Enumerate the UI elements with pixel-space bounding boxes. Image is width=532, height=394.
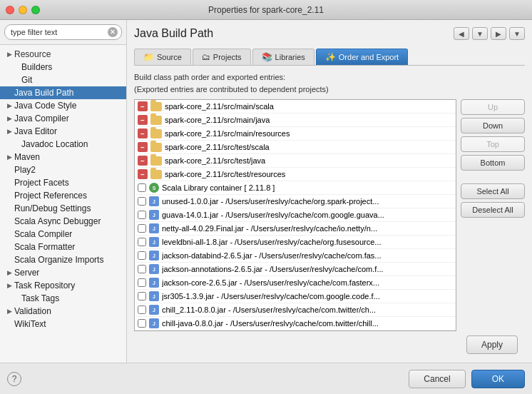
- sidebar-item-run-debug-settings[interactable]: Run/Debug Settings: [0, 202, 126, 215]
- tab-order-export[interactable]: ✨ Order and Export: [316, 49, 408, 65]
- sidebar-item-java-build-path[interactable]: Java Build Path: [0, 86, 126, 99]
- list-item[interactable]: J leveldbni-all-1.8.jar - /Users/user/re…: [135, 236, 456, 249]
- build-info: Build class path order and exported entr…: [134, 71, 525, 95]
- sidebar-item-task-tags[interactable]: Task Tags: [0, 292, 126, 305]
- list-item[interactable]: J jackson-databind-2.6.5.jar - /Users/us…: [135, 249, 456, 263]
- list-item[interactable]: − spark-core_2.11/src/main/java: [135, 113, 456, 127]
- entry-label: chill_2.11-0.8.0.jar - /Users/user/reslv…: [162, 305, 453, 314]
- list-item[interactable]: J chill-java-0.8.0.jar - /Users/user/res…: [135, 317, 456, 330]
- projects-tab-icon: 🗂: [202, 52, 210, 62]
- entry-label: spark-core_2.11/src/main/resources: [165, 129, 453, 138]
- list-item[interactable]: J unused-1.0.0.jar - /Users/user/reslvy/…: [135, 195, 456, 208]
- tab-projects[interactable]: 🗂 Projects: [193, 49, 251, 65]
- entry-checkbox[interactable]: [138, 292, 146, 300]
- entry-checkbox[interactable]: [138, 278, 146, 287]
- up-button[interactable]: Up: [461, 99, 525, 115]
- deselect-all-button[interactable]: Deselect All: [461, 202, 525, 218]
- entry-checkbox[interactable]: [138, 197, 146, 206]
- sidebar-item-server[interactable]: ▶ Server: [0, 266, 126, 279]
- sidebar-item-label: Maven: [14, 152, 40, 162]
- list-item[interactable]: J jsr305-1.3.9.jar - /Users/user/reslvy/…: [135, 290, 456, 303]
- list-item[interactable]: J jackson-annotations-2.6.5.jar - /Users…: [135, 263, 456, 276]
- tab-source[interactable]: 📁 Source: [134, 49, 191, 65]
- down-button[interactable]: Down: [461, 118, 525, 133]
- minimize-button[interactable]: [19, 6, 27, 14]
- entry-checkbox[interactable]: [138, 238, 146, 246]
- entry-checkbox[interactable]: [138, 305, 146, 314]
- cancel-button[interactable]: Cancel: [409, 370, 465, 388]
- list-item[interactable]: J netty-all-4.0.29.Final.jar - /Users/us…: [135, 222, 456, 236]
- entry-checkbox[interactable]: [138, 224, 146, 233]
- sidebar-item-label: Builders: [21, 62, 52, 72]
- maximize-button[interactable]: [31, 6, 40, 14]
- select-all-button[interactable]: Select All: [461, 183, 525, 199]
- list-item[interactable]: − spark-core_2.11/src/test/java: [135, 154, 456, 168]
- sidebar-item-java-editor[interactable]: ▶ Java Editor: [0, 125, 126, 138]
- list-item[interactable]: J jackson-core-2.6.5.jar - /Users/user/r…: [135, 276, 456, 290]
- entry-list[interactable]: − spark-core_2.11/src/main/scala − spark…: [134, 99, 456, 331]
- search-clear-button[interactable]: ✕: [108, 27, 118, 37]
- side-buttons: Up Down Top Bottom Select All Deselect A…: [461, 99, 525, 331]
- entry-checkbox[interactable]: [138, 251, 146, 260]
- sidebar-item-maven[interactable]: ▶ Maven: [0, 151, 126, 163]
- entry-checkbox[interactable]: [138, 265, 146, 273]
- apply-button[interactable]: Apply: [466, 335, 518, 354]
- minus-icon: −: [138, 142, 148, 152]
- sidebar-item-scala-async-debugger[interactable]: Scala Async Debugger: [0, 215, 126, 228]
- tab-libraries[interactable]: 📚 Libraries: [252, 49, 314, 65]
- ok-button[interactable]: OK: [471, 370, 525, 388]
- list-item[interactable]: J chill_2.11-0.8.0.jar - /Users/user/res…: [135, 303, 456, 317]
- sidebar-item-validation[interactable]: ▶ Validation: [0, 305, 126, 318]
- nav-back-button[interactable]: ◀: [454, 27, 469, 40]
- window-controls[interactable]: [6, 6, 40, 14]
- tab-label: Order and Export: [339, 53, 399, 61]
- sidebar-item-scala-formatter[interactable]: Scala Formatter: [0, 241, 126, 253]
- sidebar-item-play2[interactable]: Play2: [0, 163, 126, 176]
- list-item[interactable]: − spark-core_2.11/src/main/resources: [135, 127, 456, 141]
- folder-icon: [150, 116, 162, 125]
- search-input[interactable]: [4, 24, 122, 40]
- entry-checkbox[interactable]: [138, 211, 146, 219]
- entry-label: netty-all-4.0.29.Final.jar - /Users/user…: [162, 224, 453, 233]
- arrow-icon: ▶: [7, 128, 14, 135]
- sidebar-item-label: WikiText: [14, 319, 46, 329]
- entry-label: jsr305-1.3.9.jar - /Users/user/reslvy/ca…: [162, 292, 453, 300]
- entry-label: spark-core_2.11/src/test/scala: [165, 143, 453, 151]
- sidebar-item-javadoc-location[interactable]: Javadoc Location: [0, 138, 126, 151]
- help-button[interactable]: ?: [7, 372, 21, 386]
- entry-checkbox[interactable]: [138, 183, 146, 192]
- sidebar-item-git[interactable]: Git: [0, 74, 126, 86]
- sidebar-item-label: Play2: [14, 165, 36, 175]
- tabs-row: 📁 Source 🗂 Projects 📚 Libraries ✨ Order …: [134, 49, 525, 66]
- tab-label: Projects: [213, 53, 242, 61]
- nav-dropdown2-button[interactable]: ▼: [509, 27, 525, 40]
- sidebar-item-label: Java Code Style: [14, 101, 76, 111]
- sidebar-item-java-code-style[interactable]: ▶ Java Code Style: [0, 99, 126, 112]
- sidebar-item-scala-organize-imports[interactable]: Scala Organize Imports: [0, 253, 126, 266]
- nav-forward-button[interactable]: ▶: [491, 27, 506, 40]
- nav-dropdown-button[interactable]: ▼: [472, 27, 488, 40]
- sidebar-item-project-facets[interactable]: Project Facets: [0, 176, 126, 189]
- list-item[interactable]: − spark-core_2.11/src/main/scala: [135, 100, 456, 113]
- list-item[interactable]: − spark-core_2.11/src/test/scala: [135, 141, 456, 154]
- jar-icon: J: [149, 264, 159, 274]
- sidebar-item-builders[interactable]: Builders: [0, 61, 126, 74]
- sidebar-item-wikitext[interactable]: WikiText: [0, 318, 126, 330]
- sidebar-item-java-compiler[interactable]: ▶ Java Compiler: [0, 112, 126, 125]
- sidebar-item-label: Java Build Path: [14, 88, 73, 98]
- sidebar-item-resource[interactable]: ▶ Resource: [0, 48, 126, 61]
- list-item[interactable]: S Scala Library container [ 2.11.8 ]: [135, 181, 456, 195]
- list-item[interactable]: − spark-core_2.11/src/test/resources: [135, 168, 456, 181]
- minus-icon: −: [138, 101, 148, 111]
- sidebar-item-task-repository[interactable]: ▶ Task Repository: [0, 279, 126, 292]
- list-item[interactable]: J guava-14.0.1.jar - /Users/user/reslvy/…: [135, 208, 456, 222]
- entry-label: unused-1.0.0.jar - /Users/user/reslvy/ca…: [162, 197, 453, 206]
- entry-label: spark-core_2.11/src/main/scala: [165, 102, 453, 111]
- top-button[interactable]: Top: [461, 136, 525, 152]
- jar-icon: J: [149, 291, 159, 301]
- bottom-button[interactable]: Bottom: [461, 155, 525, 171]
- close-button[interactable]: [6, 6, 14, 14]
- sidebar-item-project-references[interactable]: Project References: [0, 189, 126, 202]
- entry-checkbox[interactable]: [138, 319, 146, 328]
- sidebar-item-scala-compiler[interactable]: Scala Compiler: [0, 228, 126, 241]
